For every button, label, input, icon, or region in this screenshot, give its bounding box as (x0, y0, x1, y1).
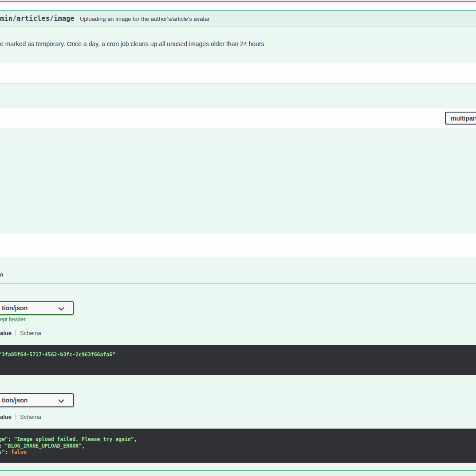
response-500-example-code: ge": "Image upload failed. Please try ag… (0, 429, 476, 463)
request-body-content-type-value: multipart (451, 115, 476, 122)
tab-example-value[interactable]: alue (0, 414, 12, 420)
request-body-section-header (0, 108, 476, 129)
response-500-example-tabs: alue Schema (0, 413, 41, 420)
responses-section-header (0, 234, 476, 258)
request-body-content-type-select[interactable]: multipart (445, 112, 476, 125)
controls-accept-header-note: ept header. (0, 316, 27, 323)
opblock-bottom-highlight (0, 469, 476, 469)
delete-opblock-shadow (0, 2, 476, 4)
next-opblock-strip (0, 471, 476, 476)
endpoint-summary: Uploading an image for the author's/arti… (80, 16, 210, 22)
tab-example-value[interactable]: alue (0, 330, 12, 336)
tab-divider (15, 330, 16, 336)
chevron-down-icon (58, 398, 64, 404)
response-500-media-type-select[interactable]: tion/json (0, 393, 74, 407)
endpoint-path: min/articles/image (0, 15, 75, 23)
tab-schema[interactable]: Schema (20, 330, 41, 336)
response-500-media-type-value: tion/json (2, 397, 28, 404)
endpoint-description: e marked as temporary. Once a day, a cro… (0, 40, 399, 47)
responses-table-header-divider (0, 283, 476, 284)
tab-schema[interactable]: Schema (20, 414, 41, 420)
parameters-section-header (0, 62, 476, 83)
opblock-summary-bar[interactable]: min/articles/image Uploading an image fo… (0, 11, 476, 27)
swagger-page: min/articles/image Uploading an image fo… (0, 0, 476, 476)
response-200-example-tabs: alue Schema (0, 329, 41, 336)
response-200-media-type-value: tion/json (2, 304, 28, 312)
responses-table-description-header: n (0, 272, 3, 278)
chevron-down-icon (58, 306, 64, 312)
response-200-example-code: "3fa85f64-5717-4562-b3fc-2c963f66afa6" (0, 345, 476, 375)
tab-divider (15, 414, 16, 420)
response-200-media-type-select[interactable]: tion/json (0, 301, 74, 315)
